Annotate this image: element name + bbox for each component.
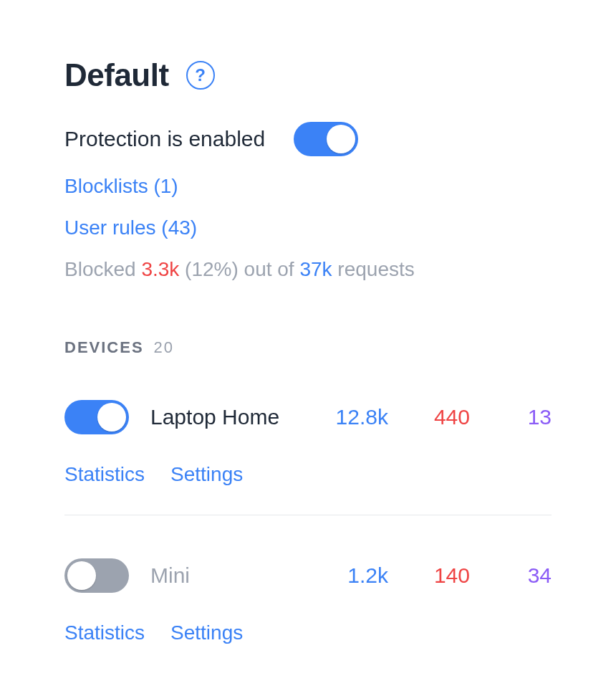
blocked-summary: Blocked 3.3k (12%) out of 37k requests <box>64 258 552 281</box>
device-stat-blocked: 440 <box>413 405 470 429</box>
page-title: Default <box>64 57 169 93</box>
device-statistics-link[interactable]: Statistics <box>64 621 145 644</box>
blocked-prefix: Blocked <box>64 258 141 280</box>
device-statistics-link[interactable]: Statistics <box>64 463 145 486</box>
blocked-tail: requests <box>332 258 415 280</box>
blocked-percent: (12%) out of <box>179 258 299 280</box>
device-top: Mini 1.2k 140 34 <box>64 558 552 593</box>
blocked-count: 3.3k <box>141 258 179 280</box>
device-name: Mini <box>150 563 190 588</box>
protection-toggle[interactable] <box>294 122 358 156</box>
device-toggle[interactable] <box>64 400 129 434</box>
user-rules-link[interactable]: User rules (43) <box>64 216 552 239</box>
devices-count: 20 <box>154 338 174 357</box>
protection-status-text: Protection is enabled <box>64 127 265 151</box>
device-stat-requests: 1.2k <box>331 563 388 588</box>
total-requests-link[interactable]: 37k <box>299 258 332 280</box>
header-row: Default ? <box>64 57 552 93</box>
device-settings-link[interactable]: Settings <box>170 463 243 486</box>
device-name: Laptop Home <box>150 405 279 429</box>
device-settings-link[interactable]: Settings <box>170 621 243 644</box>
device-links: Statistics Settings <box>64 463 552 486</box>
help-icon[interactable]: ? <box>186 61 215 90</box>
devices-label: Devices <box>64 338 144 357</box>
blocklists-link[interactable]: Blocklists (1) <box>64 175 552 198</box>
device-top: Laptop Home 12.8k 440 13 <box>64 400 552 434</box>
protection-row: Protection is enabled <box>64 122 552 156</box>
device-row: Laptop Home 12.8k 440 13 Statistics Sett… <box>64 357 552 515</box>
device-row: Mini 1.2k 140 34 Statistics Settings <box>64 515 552 673</box>
device-stats: 1.2k 140 34 <box>331 563 552 588</box>
device-stat-other: 13 <box>494 405 552 429</box>
devices-header: Devices 20 <box>64 338 552 357</box>
device-stat-other: 34 <box>494 563 552 588</box>
device-stats: 12.8k 440 13 <box>331 405 552 429</box>
device-links: Statistics Settings <box>64 621 552 644</box>
page-root: Default ? Protection is enabled Blocklis… <box>0 0 616 673</box>
device-stat-blocked: 140 <box>413 563 470 588</box>
device-stat-requests: 12.8k <box>331 405 388 429</box>
device-toggle[interactable] <box>64 558 129 593</box>
